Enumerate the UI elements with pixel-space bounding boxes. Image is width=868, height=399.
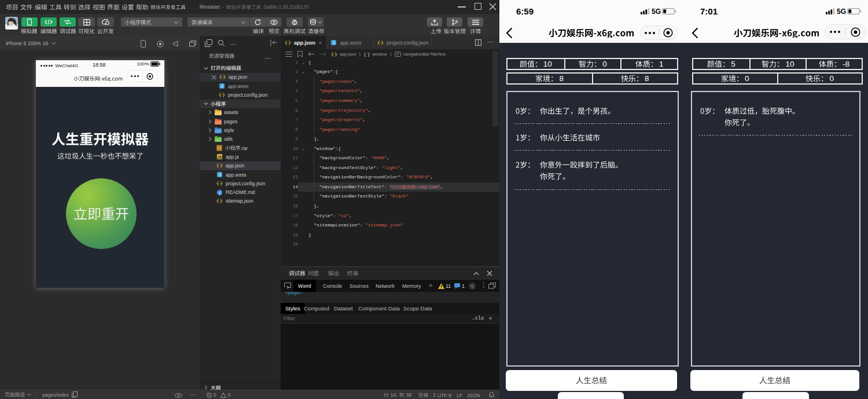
svg-text:3: 3 [332, 40, 334, 45]
svg-text:3: 3 [220, 83, 223, 89]
svg-text:JS: JS [217, 155, 222, 159]
svg-text:3: 3 [218, 172, 220, 177]
